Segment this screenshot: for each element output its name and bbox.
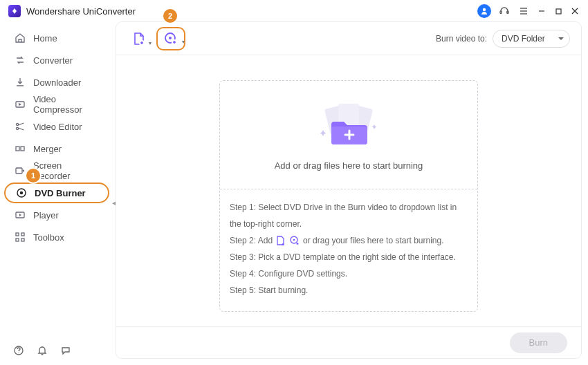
sidebar-item-compressor[interactable]: Video Compressor [4, 94, 109, 115]
window-close-icon[interactable] [570, 6, 580, 16]
sidebar-item-label: Video Editor [33, 122, 82, 132]
sidebar-footer [0, 336, 113, 365]
feedback-icon[interactable] [59, 344, 72, 357]
scissors-icon [14, 120, 26, 133]
user-avatar-icon[interactable] [477, 4, 491, 18]
svg-rect-13 [16, 147, 19, 151]
sidebar-item-editor[interactable]: Video Editor [4, 116, 109, 137]
sidebar-item-label: Merger [33, 144, 62, 154]
step-2: Step 2: Add or drag your files here to s… [230, 232, 468, 249]
sidebar-item-label: Video Compressor [33, 94, 100, 115]
svg-point-24 [18, 353, 19, 353]
home-icon [14, 32, 26, 44]
step-5: Step 5: Start burning. [230, 282, 468, 299]
disc-icon [15, 187, 28, 199]
svg-rect-15 [16, 168, 22, 174]
window-minimize-icon[interactable] [537, 6, 546, 16]
converter-icon [14, 54, 26, 66]
burn-button[interactable]: Burn [510, 333, 567, 353]
sidebar-item-label: Downloader [33, 77, 81, 88]
svg-rect-19 [16, 233, 19, 236]
svg-rect-7 [556, 9, 561, 14]
step-3: Step 3: Pick a DVD template on the right… [230, 249, 468, 265]
svg-point-11 [16, 123, 18, 125]
sidebar-item-merger[interactable]: Merger [4, 138, 109, 159]
svg-rect-20 [21, 233, 24, 236]
main-area: Home Converter Downloader Video Compress… [0, 22, 588, 365]
folder-plus-icon [311, 100, 387, 148]
sidebar-item-label: Player [33, 210, 59, 221]
annotation-badge-1: 1 [26, 169, 40, 182]
add-disc-inline-icon [289, 235, 300, 246]
steps-panel: Step 1: Select DVD Drive in the Burn vid… [220, 189, 477, 311]
bell-icon[interactable] [36, 344, 48, 357]
player-icon [14, 209, 26, 221]
burn-to-label: Burn video to: [436, 34, 487, 44]
svg-rect-14 [21, 147, 24, 151]
sidebar-item-recorder[interactable]: Screen Recorder [4, 160, 109, 181]
sidebar-item-label: Toolbox [33, 232, 64, 243]
toolbox-icon [14, 231, 26, 243]
svg-rect-21 [16, 238, 19, 241]
sidebar-item-toolbox[interactable]: Toolbox [4, 227, 109, 247]
help-icon[interactable] [12, 344, 25, 357]
sidebar-item-converter[interactable]: Converter [4, 50, 109, 71]
step-4: Step 4: Configure DVD settings. [230, 265, 468, 282]
dropzone[interactable]: Add or drag files here to start burning … [219, 80, 478, 312]
sidebar-item-label: Screen Recorder [33, 160, 100, 181]
sidebar-item-home[interactable]: Home [4, 28, 109, 48]
titlebar: Wondershare UniConverter [0, 0, 588, 22]
burn-to-select[interactable]: DVD Folder [493, 30, 570, 48]
window-maximize-icon[interactable] [553, 6, 563, 16]
add-file-inline-icon [275, 235, 286, 246]
app-logo-icon [8, 5, 21, 17]
dropzone-title: Add or drag files here to start burning [275, 160, 423, 171]
hamburger-menu-icon[interactable] [517, 5, 530, 17]
sidebar-item-label: Home [33, 33, 57, 44]
sidebar-item-dvd-burner[interactable]: DVD Burner 1 [4, 182, 109, 203]
add-file-button[interactable]: ▾ [127, 27, 151, 50]
content-panel: ▾ ▾ 2 Burn video to: DVD Folder [116, 22, 581, 358]
annotation-badge-2: 2 [163, 9, 177, 23]
svg-point-34 [293, 239, 295, 241]
sidebar-item-downloader[interactable]: Downloader [4, 72, 109, 93]
merger-icon [14, 142, 26, 155]
svg-point-17 [21, 192, 23, 194]
recorder-icon [14, 165, 26, 177]
footer-bar: Burn [116, 326, 581, 358]
downloader-icon [14, 76, 26, 88]
sidebar-item-label: DVD Burner [35, 188, 86, 198]
sidebar-item-player[interactable]: Player [4, 205, 109, 225]
app-title: Wondershare UniConverter [26, 6, 136, 17]
svg-point-12 [16, 127, 18, 129]
step-1: Step 1: Select DVD Drive in the Burn vid… [230, 199, 468, 232]
dropzone-area: Add or drag files here to start burning … [116, 55, 581, 326]
svg-rect-22 [21, 238, 24, 241]
sidebar-item-label: Converter [33, 55, 73, 66]
sidebar: Home Converter Downloader Video Compress… [0, 22, 113, 365]
svg-point-0 [483, 8, 486, 11]
burn-to-selected: DVD Folder [502, 34, 545, 44]
compressor-icon [14, 98, 26, 111]
add-disc-button[interactable]: ▾ 2 [156, 27, 185, 50]
svg-point-27 [169, 37, 172, 39]
content-toolbar: ▾ ▾ 2 Burn video to: DVD Folder [116, 22, 581, 55]
svg-rect-1 [500, 11, 502, 14]
support-headset-icon[interactable] [498, 5, 511, 17]
